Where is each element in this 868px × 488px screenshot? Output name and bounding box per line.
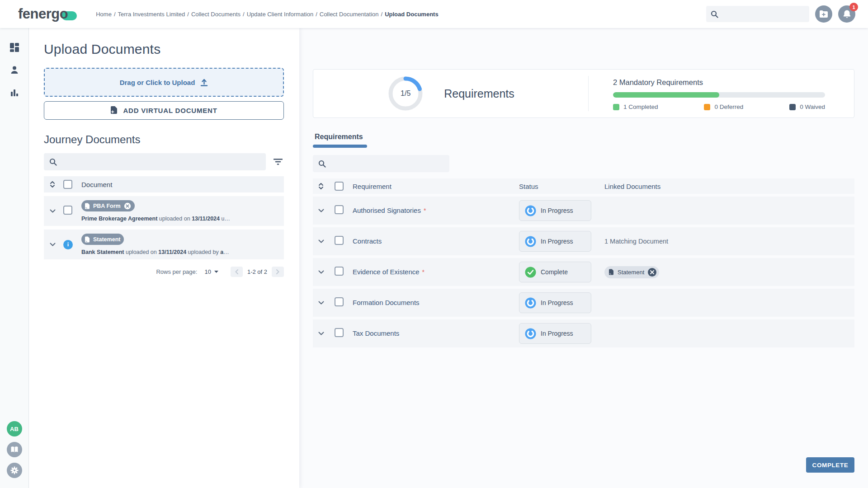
clients-icon[interactable]: [9, 64, 20, 76]
chevron-down-icon[interactable]: [50, 243, 56, 246]
user-avatar[interactable]: AB: [7, 421, 22, 436]
chevron-down-icon[interactable]: [318, 270, 324, 274]
requirement-checkbox[interactable]: [335, 236, 344, 245]
mandatory-title: 2 Mandatory Requirements: [613, 78, 825, 87]
tab-requirements[interactable]: Requirements: [313, 133, 365, 141]
breadcrumb-item[interactable]: Home: [96, 11, 112, 18]
document-plus-icon: [110, 106, 118, 115]
status-chip[interactable]: In Progress: [519, 200, 591, 221]
legend: 1 Completed0 Deferred0 Waived: [613, 103, 825, 110]
notifications-button[interactable]: 1: [838, 5, 855, 23]
chevron-down-icon[interactable]: [318, 301, 324, 305]
status-chip[interactable]: Complete: [519, 262, 591, 282]
upload-dropzone[interactable]: Drag or Click to Upload: [44, 68, 284, 97]
legend-item: 0 Waived: [789, 103, 825, 110]
document-detail-part: uploaded on: [157, 216, 192, 222]
document-chip-label: Statement: [93, 236, 120, 243]
document-chip[interactable]: PBA Form: [81, 200, 135, 211]
status-chip[interactable]: In Progress: [519, 231, 591, 252]
reports-icon[interactable]: [9, 87, 20, 99]
document-icon: [85, 236, 90, 243]
legend-swatch: [613, 104, 619, 110]
sort-icon[interactable]: [50, 181, 63, 188]
chevron-down-icon[interactable]: [318, 332, 324, 335]
journey-search-row: [44, 153, 284, 170]
requirement-checkbox[interactable]: [335, 267, 344, 276]
info-icon[interactable]: i: [63, 240, 73, 249]
sort-icon[interactable]: [318, 183, 335, 190]
document-detail-part: amrish.bhimji@f...: [220, 249, 231, 255]
chevron-down-icon[interactable]: [318, 209, 324, 212]
complete-button[interactable]: COMPLETE: [806, 457, 854, 473]
legend-label: 0 Waived: [800, 103, 825, 110]
document-chip[interactable]: Statement: [81, 234, 124, 245]
breadcrumb-separator: /: [187, 11, 189, 18]
filter-button[interactable]: [272, 156, 284, 168]
requirement-checkbox[interactable]: [335, 205, 344, 214]
page-title: Upload Documents: [44, 42, 284, 57]
help-guide-button[interactable]: [7, 442, 22, 457]
linked-document-chip[interactable]: Statement: [604, 266, 659, 278]
document-chip-label: PBA Form: [93, 203, 121, 209]
requirement-name[interactable]: Tax Documents: [353, 329, 399, 337]
upload-icon: [200, 79, 208, 86]
breadcrumb: Home/Terra Investments Limited/Collect D…: [96, 11, 438, 18]
fenergo-logo[interactable]: fenergo: [18, 6, 77, 22]
global-search[interactable]: [706, 6, 809, 22]
status-chip[interactable]: In Progress: [519, 323, 591, 344]
journey-documents-title: Journey Documents: [44, 133, 284, 146]
settings-button[interactable]: [7, 463, 22, 478]
add-new-button[interactable]: [815, 5, 832, 23]
tab-bar: Requirements: [313, 133, 854, 148]
requirements-panel: 1/5 Requirements 2 Mandatory Requirement…: [299, 28, 868, 488]
requirement-name[interactable]: Contracts: [353, 237, 382, 245]
document-icon: [609, 269, 614, 275]
next-page-button[interactable]: [272, 267, 284, 277]
requirements-search-input[interactable]: [330, 160, 444, 167]
requirement-name[interactable]: Evidence of Existence: [353, 268, 420, 276]
required-asterisk: *: [424, 207, 426, 214]
legend-label: 1 Completed: [623, 103, 658, 110]
logo-text: fenergo: [18, 6, 68, 22]
column-linked-documents: Linked Documents: [604, 183, 854, 190]
dashboard-icon[interactable]: [9, 42, 20, 53]
requirement-row: Formation DocumentsIn Progress: [313, 289, 854, 317]
document-detail-part: Prime Brokerage Agreement: [81, 216, 157, 222]
requirement-checkbox[interactable]: [335, 328, 344, 337]
required-asterisk: *: [422, 268, 425, 276]
select-all-checkbox[interactable]: [63, 180, 72, 189]
journey-column-document: Document: [81, 181, 284, 188]
global-search-input[interactable]: [722, 10, 805, 18]
add-virtual-document-button[interactable]: ADD VIRTUAL DOCUMENT: [44, 101, 284, 120]
chevron-down-icon[interactable]: [50, 209, 56, 213]
status-chip[interactable]: In Progress: [519, 292, 591, 313]
status-label: In Progress: [541, 330, 573, 337]
requirement-row: ContractsIn Progress1 Matching Document: [313, 227, 854, 255]
breadcrumb-item[interactable]: Terra Investments Limited: [118, 11, 185, 18]
breadcrumb-item[interactable]: Collect Documents: [191, 11, 241, 18]
breadcrumb-separator: /: [381, 11, 383, 18]
status-label: Complete: [541, 268, 568, 276]
requirement-name[interactable]: Authorised Signatories: [353, 206, 421, 214]
requirements-search[interactable]: [313, 155, 449, 172]
requirement-row: Evidence of Existence*CompleteStatement: [313, 258, 854, 286]
tab-active-indicator: [313, 145, 367, 148]
chevron-down-icon[interactable]: [318, 239, 324, 243]
document-detail-part: uploaded by: [220, 216, 231, 222]
document-checkbox[interactable]: [63, 206, 72, 215]
requirement-checkbox[interactable]: [335, 297, 344, 306]
breadcrumb-item[interactable]: Collect Documentation: [320, 11, 379, 18]
unlink-icon[interactable]: [648, 268, 656, 277]
requirements-table-header: Requirement Status Linked Documents: [313, 178, 854, 194]
remove-icon[interactable]: [124, 202, 131, 210]
in-progress-icon: [525, 236, 536, 247]
breadcrumb-item[interactable]: Update Client Information: [247, 11, 313, 18]
prev-page-button[interactable]: [231, 267, 243, 277]
journey-search[interactable]: [44, 153, 266, 170]
journey-search-input[interactable]: [61, 158, 260, 165]
select-all-requirements-checkbox[interactable]: [335, 182, 344, 191]
requirement-name[interactable]: Formation Documents: [353, 299, 420, 306]
summary-title: Requirements: [444, 87, 514, 100]
chevron-right-icon: [276, 269, 279, 274]
rows-per-page-select[interactable]: 10: [204, 268, 218, 275]
